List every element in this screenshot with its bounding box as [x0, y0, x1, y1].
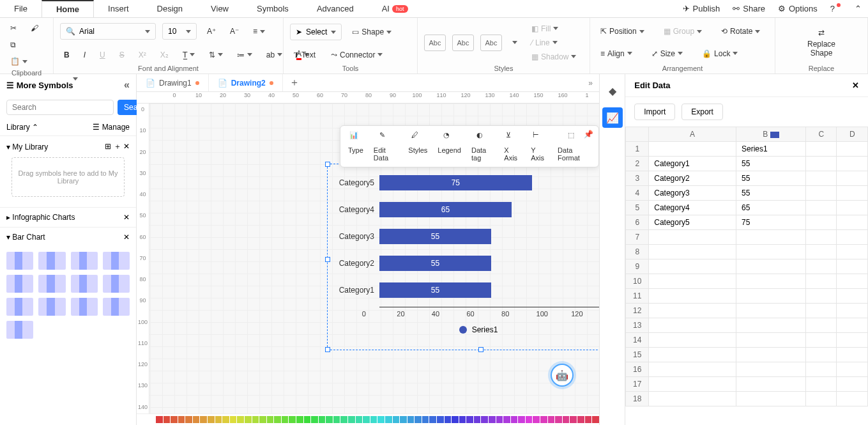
table-row[interactable]: 9	[626, 259, 868, 274]
increase-font-button[interactable]: A⁺	[203, 25, 220, 38]
lib-add-folder-icon[interactable]: ⊞	[105, 142, 111, 151]
font-family-select[interactable]: 🔍Arial	[60, 23, 156, 40]
spacing-button[interactable]: ⇅	[205, 47, 227, 62]
color-swatch[interactable]	[319, 416, 326, 423]
color-swatch[interactable]	[400, 416, 407, 423]
color-swatch[interactable]	[533, 416, 540, 423]
color-swatch[interactable]	[333, 416, 340, 423]
xaxis-button[interactable]: ⊻X Axis	[504, 131, 521, 162]
menu-view[interactable]: View	[197, 0, 243, 17]
table-row[interactable]: 8	[626, 245, 868, 259]
manage-button[interactable]: ☰ Manage	[93, 123, 130, 132]
export-button[interactable]: Export	[681, 104, 723, 120]
table-row[interactable]: 13	[626, 318, 868, 333]
lib-add-icon[interactable]: ＋	[114, 142, 121, 151]
color-swatch[interactable]	[481, 416, 488, 423]
table-row[interactable]: 1Series1	[626, 142, 868, 157]
library-toggle[interactable]: Library ⌃	[6, 123, 38, 132]
color-swatch[interactable]	[267, 416, 274, 423]
color-swatch[interactable]	[385, 416, 392, 423]
chart-thumb[interactable]	[38, 252, 65, 270]
text-tool[interactable]: 𝐓Text	[290, 49, 319, 61]
close-panel-icon[interactable]: ✕	[852, 81, 859, 90]
position-button[interactable]: ⇱Position	[597, 25, 648, 38]
connector-tool[interactable]: ⤳Connector	[327, 49, 386, 61]
chart-thumb[interactable]	[38, 275, 65, 293]
table-row[interactable]: 7	[626, 230, 868, 245]
table-row[interactable]: 6Category575	[626, 215, 868, 230]
infographic-toggle[interactable]: ▸ Infographic Charts	[6, 213, 75, 222]
fill-panel-button[interactable]: ◆	[602, 81, 623, 101]
help-button[interactable]: ?	[824, 4, 848, 13]
table-row[interactable]: 15	[626, 348, 868, 362]
barchart-close-icon[interactable]: ✕	[123, 233, 130, 242]
table-row[interactable]: 2Category155	[626, 157, 868, 171]
color-swatch[interactable]	[304, 416, 311, 423]
color-swatch[interactable]	[289, 416, 296, 423]
color-swatch[interactable]	[356, 416, 363, 423]
color-swatch[interactable]	[252, 416, 259, 423]
align-button2[interactable]: ≡Align	[597, 47, 636, 60]
tab-drawing1[interactable]: 📄Drawing1	[137, 74, 209, 91]
strike-button[interactable]: S	[116, 47, 128, 62]
table-row[interactable]: 10	[626, 274, 868, 289]
line-button[interactable]: ∕Line	[528, 36, 580, 49]
add-tab-button[interactable]: ＋	[283, 76, 306, 89]
expand-right-icon[interactable]: »	[582, 79, 599, 88]
italic-button[interactable]: I	[80, 47, 89, 62]
shadow-button[interactable]: ▦Shadow	[528, 50, 580, 63]
color-swatch[interactable]	[340, 416, 347, 423]
chart-thumb[interactable]	[71, 252, 98, 270]
color-swatch[interactable]	[548, 416, 555, 423]
paste-button[interactable]: 📋	[6, 55, 31, 68]
style-preset-1[interactable]: Abc	[424, 35, 446, 51]
infographic-close-icon[interactable]: ✕	[123, 213, 130, 222]
cut-button[interactable]: ✂	[6, 22, 20, 35]
select-tool[interactable]: ➤Select	[290, 24, 342, 40]
color-swatch[interactable]	[370, 416, 377, 423]
color-swatch[interactable]	[311, 416, 318, 423]
color-swatch[interactable]	[585, 416, 592, 423]
lib-close-icon[interactable]: ✕	[123, 142, 130, 151]
bold-button[interactable]: B	[60, 47, 73, 62]
table-row[interactable]: 4Category355	[626, 186, 868, 201]
highlight-button[interactable]: ab	[263, 47, 286, 62]
menu-insert[interactable]: Insert	[94, 0, 143, 17]
color-swatch[interactable]	[230, 416, 237, 423]
color-swatch[interactable]	[193, 416, 200, 423]
chart-thumb[interactable]	[71, 275, 98, 293]
chart-thumb[interactable]	[103, 298, 130, 316]
table-row[interactable]: 16	[626, 362, 868, 377]
menu-ai[interactable]: AIhot	[368, 0, 422, 17]
library-drop-zone[interactable]: Drag symbols here to add to My Library	[11, 157, 125, 197]
superscript-button[interactable]: X²	[135, 47, 150, 62]
fill-button[interactable]: ◧Fill	[528, 22, 580, 35]
pin-icon[interactable]: 📌	[584, 130, 593, 139]
color-swatch[interactable]	[577, 416, 584, 423]
lock-button[interactable]: 🔒Lock	[698, 47, 742, 60]
data-grid[interactable]: AB CD1Series12Category1553Category2554Ca…	[625, 127, 868, 425]
series-color-chip[interactable]	[770, 132, 779, 138]
chart-styles-button[interactable]: 🖊Styles	[408, 131, 427, 162]
yaxis-button[interactable]: ⊢Y Axis	[531, 131, 547, 162]
color-swatch[interactable]	[259, 416, 266, 423]
group-button[interactable]: ▦Group	[660, 25, 706, 38]
chart-thumb[interactable]	[6, 252, 33, 270]
chart-thumb[interactable]	[6, 298, 33, 316]
rotate-button[interactable]: ⟲Rotate	[717, 25, 764, 38]
table-row[interactable]: 5Category465	[626, 201, 868, 215]
list-button[interactable]: ≔	[233, 47, 256, 62]
color-swatch[interactable]	[237, 416, 244, 423]
align-button[interactable]: ≡	[249, 25, 269, 38]
menu-file[interactable]: File	[0, 0, 42, 17]
color-swatch[interactable]	[518, 416, 525, 423]
import-button[interactable]: Import	[634, 104, 675, 120]
chart-type-button[interactable]: 📊Type	[348, 131, 363, 162]
replace-shape-button[interactable]: ⇄Replace Shape	[803, 26, 839, 59]
edit-data-button[interactable]: ✎Edit Data	[374, 131, 398, 162]
color-swatch[interactable]	[511, 416, 518, 423]
bar-chart[interactable]: Category5 75Category4 65Category3 55Cate…	[333, 173, 599, 334]
menu-symbols[interactable]: Symbols	[243, 0, 303, 17]
style-more[interactable]	[508, 39, 521, 46]
table-row[interactable]: 17	[626, 377, 868, 392]
